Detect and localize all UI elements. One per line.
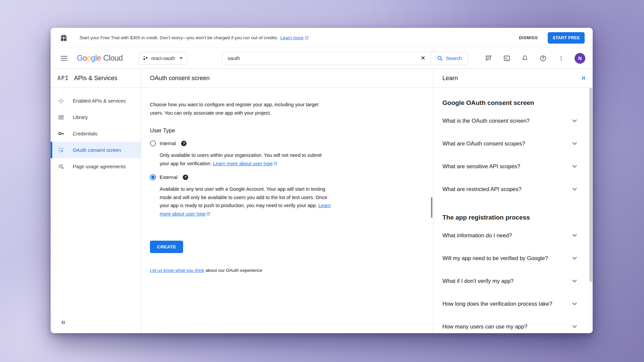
project-icon bbox=[143, 55, 148, 61]
api-logo: API bbox=[57, 75, 69, 81]
cloud-shell-icon[interactable] bbox=[500, 52, 514, 65]
external-description: Available to any test user with a Google… bbox=[160, 185, 331, 218]
external-label: External bbox=[160, 175, 177, 180]
project-selector[interactable]: react-oauth bbox=[139, 52, 187, 65]
chevron-down-icon bbox=[572, 302, 577, 305]
learn-question[interactable]: What is the OAuth consent screen? bbox=[442, 109, 577, 132]
window-body: API APIs & Services Enabled APIs & servi… bbox=[51, 69, 593, 333]
main-content: OAuth consent screen Choose how you want… bbox=[141, 69, 433, 333]
help-icon[interactable]: ? bbox=[183, 175, 188, 180]
banner-actions: DISMISS START FREE bbox=[515, 32, 585, 44]
dismiss-button[interactable]: DISMISS bbox=[515, 33, 542, 43]
intro-text: Choose how you want to configure and reg… bbox=[150, 101, 319, 117]
main-scrollbar-thumb[interactable] bbox=[431, 197, 432, 218]
internal-option-row: Internal ? bbox=[150, 140, 433, 146]
page-title: OAuth consent screen bbox=[150, 75, 210, 82]
learn-question[interactable]: How many users can use my app? bbox=[442, 315, 577, 333]
consent-screen-icon bbox=[58, 147, 64, 153]
learn-section-heading: The app registration process bbox=[442, 213, 577, 222]
main-header: OAuth consent screen bbox=[141, 69, 433, 88]
learn-scrollbar-thumb[interactable] bbox=[589, 88, 592, 282]
main-body: Choose how you want to configure and reg… bbox=[141, 101, 433, 273]
project-name: react-oauth bbox=[151, 56, 175, 61]
sidebar-item-page-usage-agreements[interactable]: Page usage agreements bbox=[51, 158, 141, 175]
chevron-down-icon bbox=[572, 234, 577, 237]
internal-label: Internal bbox=[160, 141, 176, 146]
learn-question[interactable]: What are sensitive API scopes? bbox=[442, 155, 577, 178]
search-input[interactable] bbox=[222, 56, 415, 61]
dashboard-icon bbox=[58, 98, 64, 104]
internal-radio[interactable] bbox=[150, 140, 156, 146]
open-in-new-icon bbox=[305, 36, 309, 40]
learn-question[interactable]: What information do I need? bbox=[442, 224, 577, 247]
menu-icon[interactable] bbox=[61, 56, 67, 61]
external-option-row: External ? bbox=[150, 174, 433, 180]
collapse-sidebar-icon[interactable] bbox=[57, 317, 68, 328]
sidebar-title: APIs & Services bbox=[74, 75, 117, 82]
sidebar-item-oauth-consent-screen[interactable]: OAuth consent screen bbox=[51, 142, 141, 158]
chevron-down-icon bbox=[572, 187, 577, 191]
help-icon[interactable]: ? bbox=[181, 141, 186, 146]
chevron-down-icon bbox=[572, 256, 577, 260]
library-icon bbox=[58, 114, 64, 120]
search-icon bbox=[437, 55, 443, 61]
google-cloud-logo[interactable]: Google Cloud bbox=[77, 54, 123, 63]
chevron-down-icon bbox=[572, 142, 577, 145]
sidebar-item-library[interactable]: Library bbox=[51, 109, 141, 125]
start-free-button[interactable]: START FREE bbox=[548, 32, 585, 44]
user-type-heading: User Type bbox=[150, 127, 433, 134]
internal-description: Only available to users within your orga… bbox=[160, 151, 331, 168]
chevron-down-icon bbox=[572, 279, 577, 283]
learn-question[interactable]: What if I don't verify my app? bbox=[442, 269, 577, 292]
sidebar-item-label: OAuth consent screen bbox=[73, 147, 121, 153]
key-icon bbox=[58, 130, 64, 137]
feedback-icon[interactable] bbox=[482, 52, 495, 65]
sidebar-item-enabled-apis[interactable]: Enabled APIs & services bbox=[51, 93, 141, 109]
learn-section-heading: Google OAuth consent screen bbox=[442, 99, 577, 107]
app-header: Google Cloud react-oauth ✕ bbox=[51, 48, 593, 69]
sidebar-header: API APIs & Services bbox=[51, 69, 141, 88]
collapse-learn-panel-icon[interactable] bbox=[580, 75, 586, 81]
desktop-background: Start your Free Trial with $300 in credi… bbox=[0, 0, 644, 362]
chevron-down-icon bbox=[179, 57, 183, 59]
help-icon[interactable] bbox=[536, 52, 550, 65]
feedback-line: Let us know what you think about our OAu… bbox=[150, 268, 433, 273]
header-icons: N bbox=[482, 52, 585, 65]
sidebar: API APIs & Services Enabled APIs & servi… bbox=[51, 69, 141, 333]
sidebar-item-label: Page usage agreements bbox=[73, 164, 126, 169]
banner-learn-more-link[interactable]: Learn more bbox=[280, 35, 309, 40]
chevron-down-icon bbox=[572, 165, 577, 168]
notifications-bell-icon[interactable] bbox=[518, 52, 532, 65]
chevron-down-icon bbox=[572, 119, 577, 122]
agreements-icon bbox=[58, 164, 64, 170]
learn-question[interactable]: How long does the verification process t… bbox=[442, 292, 577, 315]
learn-header: Learn bbox=[433, 69, 593, 88]
sidebar-item-label: Library bbox=[73, 115, 88, 120]
sidebar-item-credentials[interactable]: Credentials bbox=[51, 125, 141, 142]
learn-scrollbar[interactable] bbox=[589, 88, 593, 333]
search-button[interactable]: Search bbox=[431, 52, 468, 65]
clear-search-icon[interactable]: ✕ bbox=[415, 55, 431, 62]
open-in-new-icon bbox=[206, 212, 210, 216]
external-radio[interactable] bbox=[150, 174, 156, 180]
more-vert-icon[interactable] bbox=[554, 52, 568, 65]
create-button[interactable]: CREATE bbox=[150, 241, 183, 253]
trial-banner-text: Start your Free Trial with $300 in credi… bbox=[79, 35, 278, 40]
chevron-down-icon bbox=[572, 325, 577, 328]
learn-more-user-type-link[interactable]: Learn more about user type bbox=[213, 161, 273, 166]
sidebar-item-label: Credentials bbox=[73, 131, 97, 136]
sidebar-item-label: Enabled APIs & services bbox=[73, 98, 126, 104]
learn-body: Google OAuth consent screen What is the … bbox=[433, 99, 593, 333]
search-bar: ✕ Search bbox=[222, 52, 468, 65]
learn-question[interactable]: Will my app need to be verified by Googl… bbox=[442, 247, 577, 269]
learn-panel: Learn Google OAuth consent screen What i… bbox=[433, 69, 593, 333]
sidebar-nav: Enabled APIs & services Library bbox=[51, 88, 141, 175]
feedback-link[interactable]: Let us know what you think bbox=[150, 268, 204, 273]
learn-question[interactable]: What are OAuth consent scopes? bbox=[442, 132, 577, 155]
learn-question[interactable]: What are restricted API scopes? bbox=[442, 178, 577, 200]
avatar[interactable]: N bbox=[575, 53, 585, 64]
console-window: Start your Free Trial with $300 in credi… bbox=[51, 28, 593, 333]
learn-title: Learn bbox=[442, 75, 458, 82]
trial-banner: Start your Free Trial with $300 in credi… bbox=[51, 28, 593, 48]
gift-icon bbox=[60, 34, 67, 42]
